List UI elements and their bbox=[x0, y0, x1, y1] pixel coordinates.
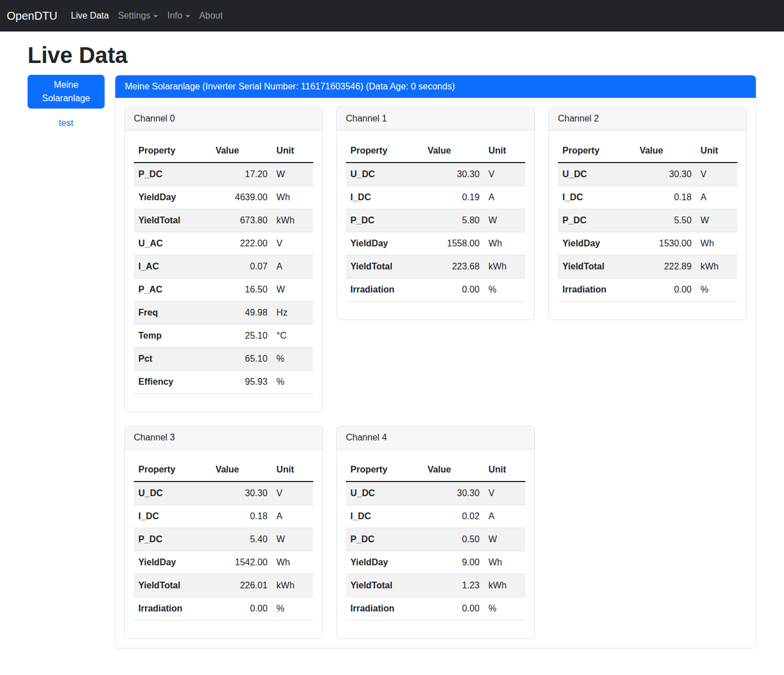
unit-cell: V bbox=[484, 163, 525, 186]
nav-item-live-data[interactable]: Live Data bbox=[66, 6, 114, 25]
channel-card: Channel 2 Property Value Unit U_DC 30.30… bbox=[548, 107, 747, 320]
property-cell: YieldDay bbox=[134, 551, 211, 574]
property-cell: YieldDay bbox=[346, 232, 423, 255]
property-cell: Irradiation bbox=[558, 278, 635, 302]
table-row: Irradiation 0.00 % bbox=[346, 597, 525, 620]
unit-cell: V bbox=[484, 482, 525, 505]
property-cell: YieldDay bbox=[558, 232, 635, 255]
unit-cell: W bbox=[272, 528, 313, 551]
table-row: YieldTotal 222.89 kWh bbox=[558, 255, 737, 278]
value-cell: 9.00 bbox=[423, 551, 484, 574]
channel-table: Property Value Unit U_DC 30.30 V I_DC 0.… bbox=[346, 140, 525, 302]
channel-card-body: Property Value Unit U_DC 30.30 V I_DC 0.… bbox=[125, 449, 322, 638]
value-cell: 0.50 bbox=[423, 528, 484, 551]
nav-item-settings[interactable]: Settings bbox=[114, 6, 163, 25]
property-cell: Pct bbox=[134, 348, 211, 371]
table-row: Irradiation 0.00 % bbox=[134, 597, 313, 620]
column-header-value: Value bbox=[423, 140, 484, 163]
nav-item-info[interactable]: Info bbox=[163, 6, 195, 25]
table-row: U_AC 222.00 V bbox=[134, 232, 313, 255]
property-cell: YieldDay bbox=[134, 186, 211, 209]
unit-cell: W bbox=[696, 209, 737, 232]
brand-logo[interactable]: OpenDTU bbox=[7, 10, 57, 22]
property-cell: Temp bbox=[134, 325, 211, 348]
table-row: P_AC 16.50 W bbox=[134, 278, 313, 302]
nav-item-label: Settings bbox=[118, 11, 151, 21]
table-row: YieldTotal 226.01 kWh bbox=[134, 574, 313, 597]
value-cell: 4639.00 bbox=[211, 186, 272, 209]
channel-card: Channel 0 Property Value Unit P_DC 17.20… bbox=[124, 107, 323, 412]
property-cell: U_AC bbox=[134, 232, 211, 255]
main-content: Meine Solaranlage (Inverter Serial Numbe… bbox=[115, 75, 756, 649]
value-cell: 0.00 bbox=[423, 278, 484, 302]
channel-table: Property Value Unit U_DC 30.30 V I_DC 0.… bbox=[134, 458, 313, 620]
channel-table: Property Value Unit P_DC 17.20 W YieldDa… bbox=[134, 140, 313, 394]
table-row: I_DC 0.19 A bbox=[346, 186, 525, 209]
table-row: P_DC 17.20 W bbox=[134, 163, 313, 186]
unit-cell: W bbox=[484, 209, 525, 232]
unit-cell: kWh bbox=[484, 574, 525, 597]
table-row: U_DC 30.30 V bbox=[558, 163, 737, 186]
channel-card-title: Channel 2 bbox=[549, 107, 746, 130]
value-cell: 30.30 bbox=[423, 482, 484, 505]
value-cell: 0.00 bbox=[635, 278, 696, 302]
table-row: YieldDay 1530.00 Wh bbox=[558, 232, 737, 255]
table-row: Temp 25.10 °C bbox=[134, 325, 313, 348]
channel-table: Property Value Unit U_DC 30.30 V I_DC 0.… bbox=[558, 140, 737, 302]
page-container: Live Data Meine Solaranlage test Meine S… bbox=[0, 32, 784, 665]
column-header-unit: Unit bbox=[484, 458, 525, 482]
unit-cell: W bbox=[484, 528, 525, 551]
property-cell: YieldTotal bbox=[558, 255, 635, 278]
navbar-menu: Live Data Settings Info About bbox=[66, 6, 227, 25]
unit-cell: A bbox=[272, 505, 313, 528]
inverter-panel: Meine Solaranlage (Inverter Serial Numbe… bbox=[115, 75, 756, 649]
value-cell: 95.93 bbox=[211, 371, 272, 394]
value-cell: 5.80 bbox=[423, 209, 484, 232]
value-cell: 49.98 bbox=[211, 302, 272, 325]
property-cell: I_DC bbox=[558, 186, 635, 209]
table-row: Irradiation 0.00 % bbox=[558, 278, 737, 302]
column-header-property: Property bbox=[134, 140, 211, 163]
channel-card-body: Property Value Unit U_DC 30.30 V I_DC 0.… bbox=[549, 130, 746, 320]
unit-cell: % bbox=[484, 597, 525, 620]
property-cell: YieldDay bbox=[346, 551, 423, 574]
property-cell: Irradiation bbox=[134, 597, 211, 620]
table-header-row: Property Value Unit bbox=[346, 458, 525, 482]
channel-card-title: Channel 1 bbox=[337, 107, 534, 130]
table-row: I_AC 0.07 A bbox=[134, 255, 313, 278]
property-cell: I_DC bbox=[134, 505, 211, 528]
table-header-row: Property Value Unit bbox=[134, 458, 313, 482]
property-cell: I_DC bbox=[346, 186, 423, 209]
content-layout: Meine Solaranlage test Meine Solaranlage… bbox=[28, 75, 756, 649]
value-cell: 30.30 bbox=[211, 482, 272, 505]
value-cell: 0.00 bbox=[211, 597, 272, 620]
property-cell: I_AC bbox=[134, 255, 211, 278]
chevron-down-icon bbox=[154, 15, 158, 17]
channel-card: Channel 1 Property Value Unit U_DC 30.30… bbox=[336, 107, 535, 320]
property-cell: P_AC bbox=[134, 278, 211, 302]
table-row: YieldTotal 673.80 kWh bbox=[134, 209, 313, 232]
inverter-panel-header: Meine Solaranlage (Inverter Serial Numbe… bbox=[115, 75, 756, 98]
value-cell: 16.50 bbox=[211, 278, 272, 302]
property-cell: Irradiation bbox=[346, 278, 423, 302]
table-row: P_DC 5.50 W bbox=[558, 209, 737, 232]
table-row: Irradiation 0.00 % bbox=[346, 278, 525, 302]
inverter-select-button[interactable]: Meine Solaranlage bbox=[28, 75, 105, 109]
property-cell: U_DC bbox=[134, 482, 211, 505]
value-cell: 0.07 bbox=[211, 255, 272, 278]
column-header-unit: Unit bbox=[272, 458, 313, 482]
value-cell: 1542.00 bbox=[211, 551, 272, 574]
column-header-unit: Unit bbox=[484, 140, 525, 163]
unit-cell: °C bbox=[272, 325, 313, 348]
property-cell: Freq bbox=[134, 302, 211, 325]
unit-cell: W bbox=[272, 278, 313, 302]
unit-cell: V bbox=[272, 482, 313, 505]
table-row: YieldDay 1542.00 Wh bbox=[134, 551, 313, 574]
table-row: YieldDay 4639.00 Wh bbox=[134, 186, 313, 209]
inverter-link-test[interactable]: test bbox=[28, 118, 105, 128]
table-row: Freq 49.98 Hz bbox=[134, 302, 313, 325]
value-cell: 0.00 bbox=[423, 597, 484, 620]
nav-item-about[interactable]: About bbox=[195, 6, 227, 25]
chevron-down-icon bbox=[186, 15, 190, 17]
table-row: YieldDay 9.00 Wh bbox=[346, 551, 525, 574]
